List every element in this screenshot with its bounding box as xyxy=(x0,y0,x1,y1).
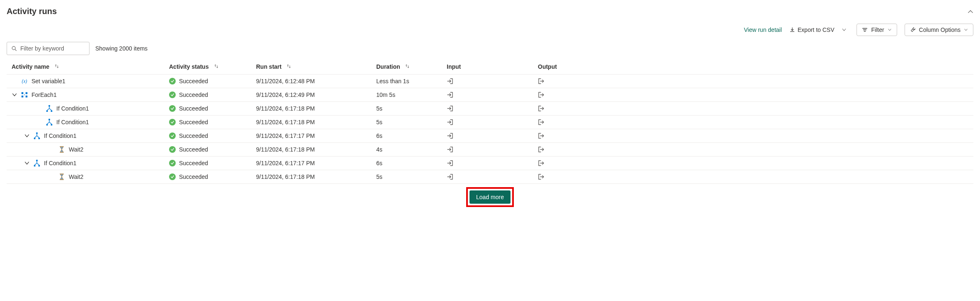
table-row[interactable]: Wait2Succeeded9/11/2024, 6:17:18 PM5s xyxy=(7,170,973,184)
status-text: Succeeded xyxy=(179,173,208,180)
sort-icon xyxy=(214,63,219,70)
success-icon xyxy=(169,160,176,166)
success-icon xyxy=(169,78,176,84)
filter-input[interactable] xyxy=(19,45,85,52)
status-text: Succeeded xyxy=(179,119,208,125)
input-icon[interactable] xyxy=(447,78,528,84)
svg-rect-11 xyxy=(46,124,48,126)
status-text: Succeeded xyxy=(179,78,208,84)
table-row[interactable]: If Condition1Succeeded9/11/2024, 6:17:18… xyxy=(7,116,973,129)
duration: 5s xyxy=(371,170,442,184)
output-icon[interactable] xyxy=(538,105,968,112)
run-start: 9/11/2024, 6:12:49 PM xyxy=(251,88,371,102)
duration: Less than 1s xyxy=(371,75,442,88)
input-icon[interactable] xyxy=(447,119,528,125)
duration: 5s xyxy=(371,116,442,129)
run-start: 9/11/2024, 6:17:17 PM xyxy=(251,129,371,143)
svg-rect-12 xyxy=(51,124,53,126)
chevron-up-icon[interactable] xyxy=(968,9,973,14)
run-start: 9/11/2024, 6:17:18 PM xyxy=(251,116,371,129)
table-row[interactable]: (x)Set variable1Succeeded9/11/2024, 6:12… xyxy=(7,75,973,88)
activity-name: If Condition1 xyxy=(44,132,77,139)
showing-count: Showing 2000 items xyxy=(95,45,148,52)
load-more-button[interactable]: Load more xyxy=(469,190,511,204)
svg-rect-7 xyxy=(48,105,50,107)
input-icon[interactable] xyxy=(447,160,528,166)
column-options-button[interactable]: Column Options xyxy=(905,24,973,36)
filter-button[interactable]: Filter xyxy=(857,24,897,36)
svg-rect-14 xyxy=(34,138,36,140)
table-row[interactable]: If Condition1Succeeded9/11/2024, 6:17:17… xyxy=(7,129,973,143)
output-icon[interactable] xyxy=(538,173,968,180)
svg-rect-10 xyxy=(48,119,50,120)
expand-toggle-icon[interactable] xyxy=(24,160,30,166)
svg-rect-4 xyxy=(26,92,27,94)
svg-text:(x): (x) xyxy=(22,79,27,84)
sort-icon xyxy=(54,63,59,70)
wait-icon xyxy=(58,173,65,181)
input-icon[interactable] xyxy=(447,132,528,139)
table-row[interactable]: ForEach1Succeeded9/11/2024, 6:12:49 PM10… xyxy=(7,88,973,102)
output-icon[interactable] xyxy=(538,132,968,139)
col-header-duration[interactable]: Duration xyxy=(371,59,442,75)
col-header-start[interactable]: Run start xyxy=(251,59,371,75)
run-start: 9/11/2024, 6:17:18 PM xyxy=(251,170,371,184)
svg-rect-5 xyxy=(26,96,27,98)
output-icon[interactable] xyxy=(538,119,968,125)
status-text: Succeeded xyxy=(179,160,208,166)
activity-name: If Condition1 xyxy=(56,119,89,125)
svg-rect-3 xyxy=(22,96,24,98)
condition-icon xyxy=(33,132,41,140)
table-row[interactable]: If Condition1Succeeded9/11/2024, 6:17:17… xyxy=(7,157,973,170)
expand-toggle-icon[interactable] xyxy=(12,92,17,98)
input-icon[interactable] xyxy=(447,146,528,153)
duration: 4s xyxy=(371,143,442,157)
condition-icon xyxy=(46,105,53,112)
col-header-output[interactable]: Output xyxy=(533,59,973,75)
duration: 6s xyxy=(371,129,442,143)
run-start: 9/11/2024, 6:17:18 PM xyxy=(251,143,371,157)
success-icon xyxy=(169,132,176,139)
search-box[interactable] xyxy=(7,42,90,55)
view-run-detail-link[interactable]: View run detail xyxy=(744,26,782,33)
output-icon[interactable] xyxy=(538,92,968,98)
svg-point-0 xyxy=(12,46,15,50)
status-text: Succeeded xyxy=(179,132,208,139)
table-row[interactable]: Wait2Succeeded9/11/2024, 6:17:18 PM4s xyxy=(7,143,973,157)
svg-rect-17 xyxy=(34,165,36,167)
input-icon[interactable] xyxy=(447,92,528,98)
input-icon[interactable] xyxy=(447,105,528,112)
output-icon[interactable] xyxy=(538,146,968,153)
wrench-icon xyxy=(910,27,916,33)
duration: 10m 5s xyxy=(371,88,442,102)
chevron-down-icon xyxy=(964,28,968,32)
export-csv-button[interactable]: Export to CSV xyxy=(789,26,835,33)
chevron-down-icon xyxy=(888,28,892,32)
input-icon[interactable] xyxy=(447,173,528,180)
activity-name: Wait2 xyxy=(69,146,83,153)
run-start: 9/11/2024, 6:17:18 PM xyxy=(251,102,371,116)
table-row[interactable]: If Condition1Succeeded9/11/2024, 6:17:18… xyxy=(7,102,973,116)
col-header-name[interactable]: Activity name xyxy=(7,59,164,75)
success-icon xyxy=(169,119,176,125)
activity-name: Wait2 xyxy=(69,173,83,180)
svg-point-6 xyxy=(24,94,25,95)
svg-rect-13 xyxy=(36,132,38,134)
col-header-input[interactable]: Input xyxy=(442,59,533,75)
activity-name: If Condition1 xyxy=(56,105,89,112)
output-icon[interactable] xyxy=(538,160,968,166)
run-start: 9/11/2024, 6:12:48 PM xyxy=(251,75,371,88)
foreach-icon xyxy=(21,91,28,99)
variable-icon: (x) xyxy=(21,77,28,85)
page-title: Activity runs xyxy=(7,7,57,16)
expand-toggle-icon[interactable] xyxy=(24,133,30,139)
output-icon[interactable] xyxy=(538,78,968,84)
col-header-status[interactable]: Activity status xyxy=(164,59,251,75)
activity-name: Set variable1 xyxy=(31,78,65,84)
filter-label: Filter xyxy=(871,26,884,33)
condition-icon xyxy=(33,159,41,167)
column-options-label: Column Options xyxy=(919,26,961,33)
success-icon xyxy=(169,146,176,153)
export-csv-dropdown[interactable] xyxy=(839,27,849,32)
duration: 6s xyxy=(371,157,442,170)
